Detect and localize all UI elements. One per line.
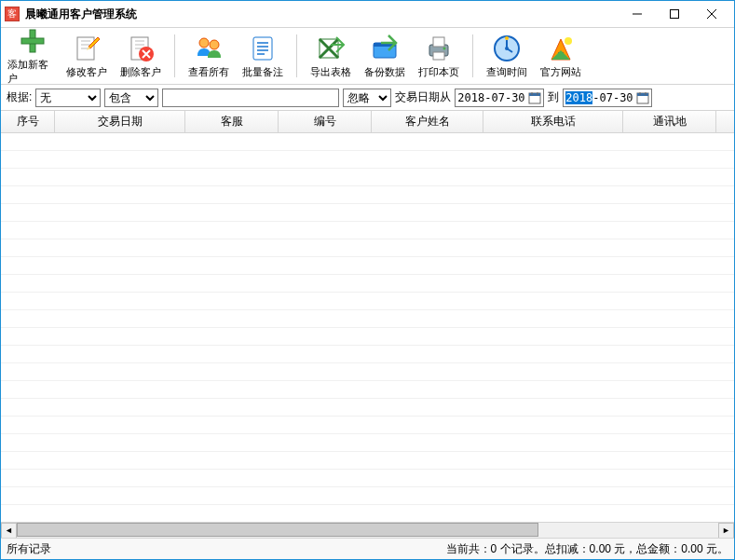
toolbar-separator (296, 34, 297, 77)
backup-button[interactable]: 备份数据 (359, 30, 411, 82)
column-header-name[interactable]: 客户姓名 (372, 111, 483, 132)
column-header-phone[interactable]: 联系电话 (483, 111, 623, 132)
table-row[interactable] (1, 293, 734, 310)
viewall-icon (194, 34, 224, 63)
table-row[interactable] (1, 399, 734, 417)
table-row[interactable] (1, 328, 734, 346)
table-row[interactable] (1, 239, 734, 257)
maximize-button[interactable] (656, 3, 693, 25)
table-row[interactable] (1, 417, 734, 434)
export-icon (316, 34, 346, 63)
querytime-button[interactable]: 查询时间 (481, 30, 533, 82)
toolbar-label: 修改客户 (66, 65, 107, 79)
toolbar-label: 批量备注 (242, 65, 283, 79)
scroll-thumb[interactable] (17, 523, 538, 537)
toolbar-separator (174, 34, 175, 77)
svg-point-9 (199, 38, 209, 48)
column-header-date[interactable]: 交易日期 (55, 111, 185, 132)
table-row[interactable] (1, 257, 734, 275)
date-from-label: 交易日期从 (395, 89, 451, 105)
scroll-track[interactable] (17, 523, 718, 539)
table-row[interactable] (1, 204, 734, 222)
table-row[interactable] (1, 434, 734, 452)
svg-rect-11 (253, 37, 272, 60)
export-button[interactable]: 导出表格 (305, 30, 357, 82)
table-row[interactable] (1, 310, 734, 328)
svg-rect-5 (21, 38, 44, 44)
edit-icon (72, 34, 102, 63)
website-button[interactable]: 官方网站 (535, 30, 587, 82)
toolbar-label: 打印本页 (418, 65, 459, 79)
table-row[interactable] (1, 470, 734, 487)
date-from-input[interactable]: 2018-07-30 (455, 89, 544, 107)
table-row[interactable] (1, 169, 734, 186)
toolbar-label: 添加新客户 (7, 58, 58, 86)
minimize-icon (633, 9, 642, 19)
table-row[interactable] (1, 151, 734, 169)
svg-point-21 (505, 36, 509, 40)
column-header-seq[interactable]: 序号 (1, 111, 55, 132)
querytime-icon (492, 34, 522, 63)
titlebar: 客 晨曦通用客户管理系统 (1, 1, 734, 27)
add-button[interactable]: 添加新客户 (7, 30, 59, 82)
status-bar: 所有记录 当前共：0 个记录。总扣减：0.00 元，总金额：0.00 元。 (1, 539, 734, 559)
print-button[interactable]: 打印本页 (413, 30, 465, 82)
search-input[interactable] (162, 89, 339, 107)
horizontal-scrollbar[interactable]: ◄ ► (1, 522, 734, 538)
table-row[interactable] (1, 346, 734, 363)
window-title: 晨曦通用客户管理系统 (25, 7, 619, 22)
toolbar-label: 导出表格 (310, 65, 351, 79)
maximize-icon (670, 9, 679, 19)
operator-select[interactable]: 包含 (104, 89, 158, 107)
toolbar-label: 官方网站 (540, 65, 581, 79)
date-to-input[interactable]: 2018-07-30 (563, 89, 652, 107)
window-controls (619, 3, 730, 25)
edit-button[interactable]: 修改客户 (61, 30, 113, 82)
toolbar: 添加新客户修改客户删除客户查看所有批量备注导出表格备份数据打印本页查询时间官方网… (1, 27, 734, 85)
svg-rect-17 (433, 52, 444, 60)
backup-icon (370, 34, 400, 63)
column-header-service[interactable]: 客服 (185, 111, 279, 132)
table-row[interactable] (1, 452, 734, 470)
basis-label: 根据: (7, 89, 32, 105)
batch-button[interactable]: 批量备注 (237, 30, 289, 82)
main-window: 客 晨曦通用客户管理系统 添加新客户修改客户删除客户查看所有批量备注导出表格备份… (0, 0, 735, 560)
website-icon (546, 34, 576, 63)
filter-bar: 根据: 无 包含 忽略 交易日期从 2018-07-30 到 2018-07-3… (1, 85, 734, 111)
scroll-left-button[interactable]: ◄ (1, 523, 17, 539)
table-row[interactable] (1, 505, 734, 522)
status-left: 所有记录 (7, 541, 446, 557)
date-to-label: 到 (548, 89, 559, 105)
column-header-code[interactable]: 编号 (279, 111, 372, 132)
app-icon: 客 (5, 7, 20, 21)
table-row[interactable] (1, 222, 734, 239)
toolbar-label: 删除客户 (120, 65, 161, 79)
table-row[interactable] (1, 363, 734, 381)
svg-point-18 (443, 47, 446, 49)
batch-icon (248, 34, 278, 63)
svg-rect-29 (637, 93, 648, 96)
close-button[interactable] (693, 3, 730, 25)
column-header-addr[interactable]: 通讯地 (623, 111, 716, 132)
calendar-icon (528, 91, 541, 104)
ignore-select[interactable]: 忽略 (343, 89, 391, 107)
scroll-right-button[interactable]: ► (718, 523, 734, 539)
table-row[interactable] (1, 487, 734, 505)
table-row[interactable] (1, 381, 734, 399)
data-grid: 序号交易日期客服编号客户姓名联系电话通讯地 ◄ ► (1, 111, 734, 539)
svg-rect-25 (529, 93, 540, 96)
table-row[interactable] (1, 133, 734, 151)
svg-point-10 (210, 40, 219, 49)
svg-rect-1 (671, 10, 679, 19)
svg-rect-16 (433, 37, 444, 47)
toolbar-label: 查询时间 (486, 65, 527, 79)
grid-body[interactable] (1, 133, 734, 522)
delete-button[interactable]: 删除客户 (115, 30, 167, 82)
toolbar-label: 查看所有 (188, 65, 229, 79)
minimize-button[interactable] (619, 3, 656, 25)
delete-icon (126, 34, 156, 63)
table-row[interactable] (1, 275, 734, 293)
viewall-button[interactable]: 查看所有 (183, 30, 235, 82)
table-row[interactable] (1, 186, 734, 204)
field-select[interactable]: 无 (35, 89, 101, 107)
